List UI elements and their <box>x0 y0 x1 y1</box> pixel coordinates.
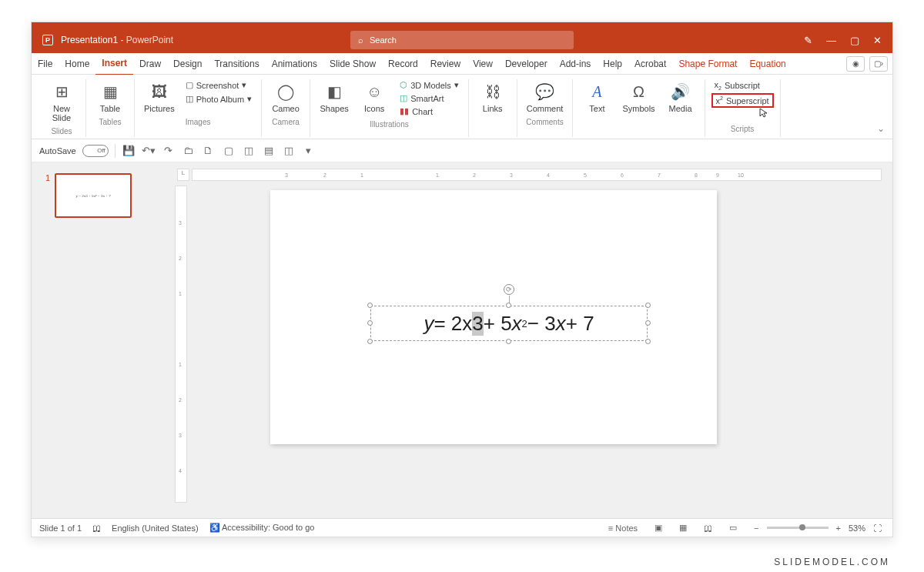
resize-handle[interactable] <box>506 303 511 308</box>
tab-draw[interactable]: Draw <box>133 53 167 75</box>
shapes-button[interactable]: ◧Shapes <box>316 79 352 115</box>
tab-insert[interactable]: Insert <box>95 52 133 75</box>
search-box[interactable]: ⌕ Search <box>350 31 574 49</box>
zoom-slider[interactable] <box>767 527 829 529</box>
powerpoint-icon: P <box>42 35 53 45</box>
resize-handle[interactable] <box>645 303 651 308</box>
resize-handle[interactable] <box>645 339 651 344</box>
slide-canvas[interactable]: ⟳ y = 2x3 + 5x2 − 3x + 7 <box>270 190 717 444</box>
new-slide-button[interactable]: ⊞New Slide <box>44 79 79 124</box>
screenshot-icon: ▢ <box>186 80 193 90</box>
autosave-toggle[interactable]: Off <box>82 145 109 157</box>
table-button[interactable]: ▦Table <box>92 79 128 115</box>
notes-button[interactable]: ≡ Notes <box>605 523 641 533</box>
minimize-button[interactable]: — <box>826 35 836 46</box>
undo-button[interactable]: ↶▾ <box>142 145 156 156</box>
chart-button[interactable]: ▮▮Chart <box>397 105 462 117</box>
tab-home[interactable]: Home <box>59 53 95 75</box>
subscript-icon: x2 <box>715 80 721 91</box>
spellcheck-icon[interactable]: 🕮 <box>92 523 101 533</box>
tab-help[interactable]: Help <box>597 53 628 75</box>
tab-acrobat[interactable]: Acrobat <box>628 53 672 75</box>
tab-animations[interactable]: Animations <box>266 53 323 75</box>
icons-button[interactable]: ☺Icons <box>357 79 392 115</box>
zoom-control[interactable]: − + 53% ⛶ <box>751 523 885 533</box>
normal-view-button[interactable]: ▣ <box>651 523 665 533</box>
tab-design[interactable]: Design <box>167 53 208 75</box>
tab-developer[interactable]: Developer <box>499 53 554 75</box>
qat-more-button[interactable]: ▾ <box>302 145 316 156</box>
maximize-button[interactable]: ▢ <box>850 35 859 46</box>
zoom-percent[interactable]: 53% <box>849 523 865 533</box>
slide-count[interactable]: Slide 1 of 1 <box>39 523 82 533</box>
open-button[interactable]: 🗀 <box>182 145 196 156</box>
horizontal-ruler[interactable]: L 32112345678910 <box>192 169 882 181</box>
resize-handle[interactable] <box>506 339 511 344</box>
equation-textbox[interactable]: ⟳ y = 2x3 + 5x2 − 3x + 7 <box>370 306 648 341</box>
chart-icon: ▮▮ <box>400 106 409 116</box>
pictures-icon: 🖼 <box>152 81 167 102</box>
tab-shape-format[interactable]: Shape Format <box>672 53 743 75</box>
vertical-ruler[interactable]: 3211234 <box>175 186 187 503</box>
symbols-icon: Ω <box>633 81 644 102</box>
tab-addins[interactable]: Add-ins <box>554 53 598 75</box>
collapse-ribbon-button[interactable]: ⌄ <box>877 123 885 134</box>
sorter-view-button[interactable]: ▦ <box>676 523 690 533</box>
record-indicator-button[interactable]: ◉ <box>846 56 865 72</box>
resize-handle[interactable] <box>367 303 373 308</box>
language-label[interactable]: English (United States) <box>112 523 199 533</box>
zoom-in-button[interactable]: + <box>833 523 844 533</box>
svg-text:1: 1 <box>360 172 363 178</box>
links-button[interactable]: ⛓Links <box>475 79 511 115</box>
group-scripts-label: Scripts <box>731 122 755 135</box>
subscript-button[interactable]: x2Subscript <box>711 79 763 92</box>
slide-thumbnail-1[interactable]: y = 2x3 + 5x² − 3x + 7 <box>55 173 132 218</box>
cameo-button[interactable]: ◯Cameo <box>268 79 303 115</box>
symbols-button[interactable]: ΩSymbols <box>619 79 658 115</box>
reading-view-button[interactable]: 🕮 <box>701 523 715 533</box>
tab-equation[interactable]: Equation <box>743 53 792 75</box>
qat-btn-2[interactable]: ◫ <box>242 145 256 156</box>
resize-handle[interactable] <box>645 320 651 326</box>
resize-handle[interactable] <box>367 339 373 344</box>
smartart-icon: ◫ <box>400 93 407 103</box>
draw-mode-icon[interactable]: ✎ <box>804 35 812 46</box>
superscript-button[interactable]: x2Superscript <box>711 93 774 108</box>
rotate-handle[interactable]: ⟳ <box>504 284 514 295</box>
cameo-icon: ◯ <box>277 81 294 102</box>
comment-button[interactable]: 💬Comment <box>524 79 567 115</box>
autosave-label: AutoSave <box>39 146 76 156</box>
qat-btn-3[interactable]: ▤ <box>262 145 276 156</box>
3d-models-button[interactable]: ⬡3D Models ▾ <box>397 79 462 91</box>
media-icon: 🔊 <box>671 81 690 102</box>
tab-transitions[interactable]: Transitions <box>208 53 265 75</box>
tab-slideshow[interactable]: Slide Show <box>323 53 382 75</box>
tab-review[interactable]: Review <box>424 53 467 75</box>
text-button[interactable]: AText <box>579 79 614 115</box>
media-button[interactable]: 🔊Media <box>663 79 698 115</box>
photo-album-button[interactable]: ◫Photo Album ▾ <box>182 93 255 105</box>
slideshow-view-button[interactable]: ▭ <box>726 523 740 533</box>
selected-char[interactable]: 3 <box>472 312 483 336</box>
pictures-button[interactable]: 🖼Pictures <box>141 79 178 115</box>
qat-btn-1[interactable]: ▢ <box>222 145 236 156</box>
comments-pane-button[interactable]: ▢› <box>869 56 888 72</box>
new-button[interactable]: 🗋 <box>202 145 216 156</box>
accessibility-status[interactable]: ♿ Accessibility: Good to go <box>209 523 315 533</box>
qat-btn-4[interactable]: ◫ <box>282 145 296 156</box>
zoom-out-button[interactable]: − <box>751 523 762 533</box>
redo-button[interactable]: ↷ <box>162 145 176 156</box>
smartart-button[interactable]: ◫SmartArt <box>397 92 462 104</box>
tab-file[interactable]: File <box>32 53 59 75</box>
screenshot-button[interactable]: ▢Screenshot ▾ <box>182 79 255 91</box>
resize-handle[interactable] <box>367 320 373 326</box>
close-button[interactable]: ✕ <box>873 35 882 46</box>
save-button[interactable]: 💾 <box>122 145 136 156</box>
tab-record[interactable]: Record <box>382 53 424 75</box>
svg-text:9: 9 <box>716 172 719 178</box>
fit-to-window-button[interactable]: ⛶ <box>870 523 885 533</box>
tab-view[interactable]: View <box>467 53 499 75</box>
editor-area[interactable]: L 32112345678910 3211234 ⟳ y = 2x3 + 5x2… <box>162 162 892 518</box>
text-icon: A <box>592 81 601 102</box>
equation-content[interactable]: y = 2x3 + 5x2 − 3x + 7 <box>370 306 648 341</box>
